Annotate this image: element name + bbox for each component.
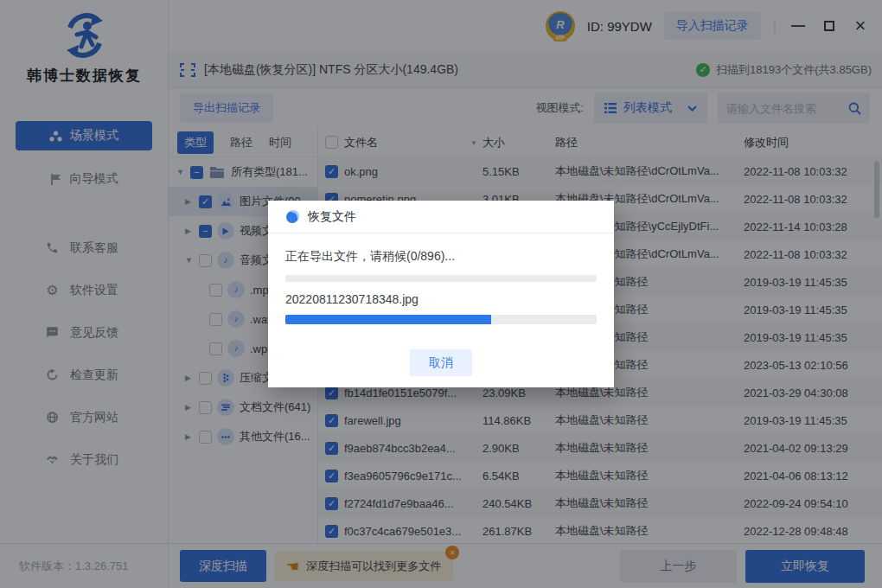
- recover-files-dialog: 恢复文件 正在导出文件，请稍候(0/896)... 20220811230718…: [268, 201, 614, 387]
- total-progress-bar: [285, 275, 597, 282]
- file-progress-fill: [285, 315, 491, 324]
- app-window: 韩博士数据恢复 场景模式 向导模式 联系客服 ⚙ 软件设置: [0, 0, 882, 588]
- export-status-text: 正在导出文件，请稍候(0/896)...: [285, 249, 455, 265]
- dialog-title: 恢复文件: [308, 209, 356, 225]
- current-file-name: 20220811230718348.jpg: [285, 292, 419, 306]
- file-progress-bar: [285, 315, 597, 324]
- loading-spinner-icon: [285, 210, 299, 224]
- dialog-header: 恢复文件: [268, 201, 614, 233]
- cancel-button[interactable]: 取消: [410, 349, 472, 376]
